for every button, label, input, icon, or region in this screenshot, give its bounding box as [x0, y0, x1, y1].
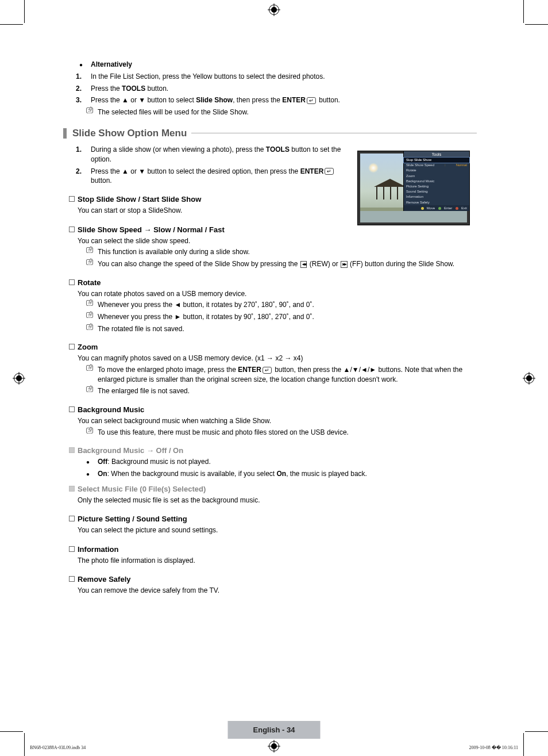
picsound-body: You can select the picture and sound set… [63, 525, 477, 535]
alt-step-2: 2. Press the TOOLS button. [63, 84, 477, 94]
enter-icon [263, 367, 272, 374]
bgm-sub2-heading: Select Music File (0 File(s) Selected) [63, 485, 477, 493]
tools-menu-item: Sound Setting [404, 189, 469, 194]
picsound-heading: Picture Setting / Sound Setting [63, 515, 477, 523]
rewind-icon [300, 261, 307, 268]
tools-panel-title: Tools [404, 151, 469, 158]
alt-step-3: 3. Press the ▲ or ▼ button to select Sli… [63, 95, 477, 105]
tools-menu-item: Rotate [404, 168, 469, 173]
tools-menu-item: Information [404, 194, 469, 199]
note-icon [86, 300, 93, 306]
bgm-off-line: ● Off: Background music is not played. [63, 457, 477, 467]
note-icon [86, 324, 93, 330]
registration-mark-icon [13, 372, 25, 385]
tools-menu-item: Stop Slide Show [404, 158, 469, 163]
note-icon [86, 312, 93, 318]
remove-heading: Remove Safely [63, 575, 477, 584]
zoom-note-2: The enlarged file is not saved. [63, 386, 477, 396]
tools-menu-item: Remove Safely [404, 200, 469, 205]
tools-menu-item: Slide Show Speed : Normal [404, 163, 469, 168]
bgm-body: You can select background music when wat… [63, 416, 477, 426]
registration-mark-icon [268, 3, 280, 16]
note-icon [86, 259, 93, 265]
speed-body: You can select the slide show speed. [63, 236, 477, 246]
tools-panel: Tools Stop Slide ShowSlide Show Speed : … [403, 151, 469, 211]
rotate-note-1: Whenever you press the ◄ button, it rota… [63, 300, 477, 310]
zoom-heading: Zoom [63, 343, 477, 351]
note-icon [86, 247, 93, 253]
rotate-heading: Rotate [63, 278, 477, 287]
manual-page: ● Alternatively 1. In the File List Sect… [0, 0, 548, 756]
fast-forward-icon [341, 261, 348, 268]
enter-icon [325, 168, 334, 175]
bgm-sub2-body: Only the selected music file is set as t… [63, 496, 477, 505]
page-content: ● Alternatively 1. In the File List Sect… [63, 60, 477, 597]
info-heading: Information [63, 545, 477, 554]
speed-heading: Slide Show Speed → Slow / Normal / Fast [63, 225, 477, 234]
tools-menu-item: Picture Setting [404, 184, 469, 189]
note-icon [86, 365, 93, 371]
intro-step-2: 2. Press the ▲ or ▼ button to select the… [63, 167, 350, 186]
info-body: The photo file information is displayed. [63, 556, 477, 566]
zoom-note-1: To move the enlarged photo image, press … [63, 365, 477, 385]
enter-icon [307, 97, 316, 104]
registration-mark-icon [523, 372, 535, 385]
speed-note-2: You can also change the speed of the Sli… [63, 259, 477, 269]
doc-timestamp: 2009-10-08 �� 10:16:11 [469, 745, 518, 750]
bgm-sub1-heading: Background Music → Off / On [63, 446, 477, 455]
page-footer: English - 34 [228, 721, 321, 739]
rotate-note-2: Whenever you press the ► button, it rota… [63, 312, 477, 322]
remove-body: You can remove the device safely from th… [63, 586, 477, 596]
tools-osd-screenshot: Tools Stop Slide ShowSlide Show Speed : … [357, 151, 470, 225]
rotate-body: You can rotate photos saved on a USB mem… [63, 289, 477, 299]
bgm-heading: Background Music [63, 405, 477, 414]
note-icon [86, 108, 93, 113]
registration-mark-icon [268, 740, 280, 753]
alt-heading-line: ● Alternatively [63, 60, 477, 70]
note-icon [86, 386, 93, 392]
note-icon [86, 428, 93, 433]
rotate-note-3: The rotated file is not saved. [63, 324, 477, 334]
bgm-on-line: ● On: When the background music is avail… [63, 469, 477, 479]
tools-panel-buttons: Move Enter Exit [404, 205, 469, 211]
section-title: Slide Show Option Menu [72, 128, 187, 139]
section-bar-icon [63, 128, 67, 139]
tools-menu-item: Background Music [404, 179, 469, 184]
tools-menu-item: Zoom [404, 174, 469, 179]
doc-id: BN68-02388A-03L09.indb 34 [30, 745, 86, 750]
section-heading: Slide Show Option Menu [63, 128, 477, 139]
intro-step-1: 1. During a slide show (or when viewing … [63, 145, 350, 164]
alt-step-1: 1. In the File List Section, press the Y… [63, 72, 477, 82]
alt-heading: Alternatively [91, 60, 132, 68]
bgm-note-1: To use this feature, there must be music… [63, 428, 477, 438]
alt-note: The selected files will be used for the … [63, 108, 477, 117]
zoom-body: You can magnify photos saved on a USB me… [63, 354, 477, 363]
speed-note-1: This function is available only during a… [63, 247, 477, 257]
